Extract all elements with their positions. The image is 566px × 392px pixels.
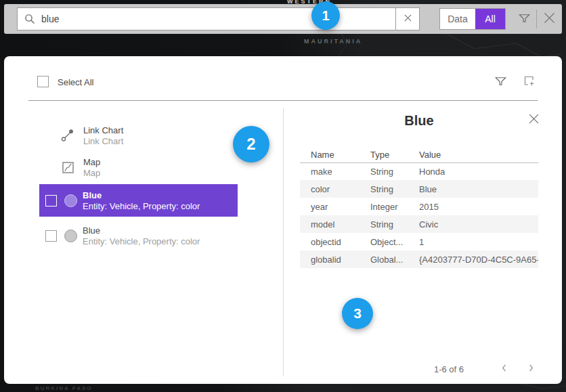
clear-x-icon <box>404 14 412 24</box>
cell-value: Blue <box>408 180 538 198</box>
cell-type: Object... <box>360 233 408 251</box>
cell-value: Civic <box>408 215 538 233</box>
scope-toggle: Data All <box>439 8 506 30</box>
result-item-text: Blue Entity: Vehicle, Property: color <box>83 225 200 246</box>
scope-option-data[interactable]: Data <box>440 9 475 29</box>
chevron-right-icon <box>528 364 534 374</box>
chevron-left-icon <box>501 364 507 374</box>
header-divider <box>28 100 538 101</box>
result-checkbox[interactable] <box>45 230 57 242</box>
cell-name: year <box>300 198 360 215</box>
add-selection-icon <box>523 74 536 90</box>
result-item-blue-selected[interactable]: Blue Entity: Vehicle, Property: color <box>39 184 238 217</box>
cell-name: make <box>300 162 360 180</box>
pagination-label: 1-6 of 6 <box>434 364 464 374</box>
result-title: Map <box>83 156 100 168</box>
cell-value: Honda <box>408 162 538 180</box>
toolbar-close-button[interactable] <box>540 8 558 30</box>
toolbar-separator <box>536 9 537 28</box>
cell-name: color <box>300 180 360 198</box>
result-subtitle: Entity: Vehicle, Property: color <box>83 236 200 246</box>
table-row: globalid Global... {A4203777-D70D-4C5C-9… <box>300 251 538 268</box>
cell-type: Integer <box>360 198 408 215</box>
table-header-row: Name Type Value <box>300 147 538 162</box>
next-page-button[interactable] <box>523 362 538 376</box>
search-icon <box>24 13 36 25</box>
screen: WESTERN MAURITANIA BURKINA FASO Data All <box>0 0 566 392</box>
result-subtitle: Link Chart <box>83 136 123 146</box>
list-detail-divider <box>283 108 284 376</box>
result-item-text: Link Chart Link Chart <box>83 125 123 146</box>
detail-close-button[interactable] <box>526 112 541 127</box>
search-toolbar: Data All <box>4 4 562 34</box>
results-panel: Select All <box>4 56 562 384</box>
cell-type: Global... <box>360 251 408 268</box>
result-title: Link Chart <box>83 125 123 136</box>
table-row: year Integer 2015 <box>300 198 538 215</box>
annotation-badge-3: 3 <box>342 298 373 329</box>
table-row: model String Civic <box>300 215 538 233</box>
column-header-name: Name <box>300 147 360 162</box>
table-row: objectid Object... 1 <box>300 233 538 251</box>
cell-name: globalid <box>300 251 360 268</box>
result-item-map[interactable]: Map Map <box>39 151 238 183</box>
detail-title: Blue <box>300 113 538 129</box>
cell-value: 1 <box>408 233 538 251</box>
pagination: 1-6 of 6 <box>300 362 538 376</box>
table-row: make String Honda <box>300 162 538 180</box>
result-checkbox[interactable] <box>45 195 57 206</box>
result-item-text: Map Map <box>83 156 100 178</box>
panel-filter-button[interactable] <box>493 74 508 89</box>
annotation-badge-2: 2 <box>233 126 269 162</box>
close-icon <box>543 12 556 26</box>
entity-circle-icon <box>64 230 77 242</box>
link-chart-icon <box>58 128 78 143</box>
cell-name: objectid <box>300 233 360 251</box>
cell-value: {A4203777-D70D-4C5C-9A65-C... <box>408 251 538 268</box>
cell-type: String <box>360 162 408 180</box>
result-subtitle: Entity: Vehicle, Property: color <box>83 201 200 211</box>
column-header-value: Value <box>408 147 538 162</box>
cell-type: String <box>360 180 408 198</box>
search-box <box>17 7 420 30</box>
result-subtitle: Map <box>83 168 100 178</box>
result-item-blue[interactable]: Blue Entity: Vehicle, Property: color <box>39 219 238 252</box>
cell-name: model <box>300 215 360 233</box>
search-clear-button[interactable] <box>395 8 419 30</box>
column-header-type: Type <box>360 147 408 162</box>
annotation-badge-1: 1 <box>311 1 340 30</box>
select-all-label: Select All <box>58 77 93 87</box>
close-icon <box>528 113 540 127</box>
select-all-checkbox[interactable] <box>37 76 49 87</box>
map-icon <box>58 162 78 173</box>
search-input[interactable] <box>41 8 395 30</box>
table-row: color String Blue <box>300 180 538 198</box>
funnel-icon <box>518 12 531 26</box>
scope-option-all[interactable]: All <box>475 9 505 29</box>
result-title: Blue <box>83 190 200 201</box>
entity-circle-icon <box>64 194 77 207</box>
previous-page-button[interactable] <box>496 362 511 376</box>
toolbar-filter-button[interactable] <box>515 8 533 30</box>
result-title: Blue <box>83 225 200 236</box>
add-to-selection-button[interactable] <box>522 74 537 89</box>
cell-value: 2015 <box>408 198 538 215</box>
result-item-text: Blue Entity: Vehicle, Property: color <box>83 190 200 211</box>
funnel-icon <box>494 74 507 89</box>
cell-type: String <box>360 215 408 233</box>
result-item-link-chart[interactable]: Link Chart Link Chart <box>39 119 238 152</box>
property-table: Name Type Value make String Honda color … <box>300 147 538 268</box>
